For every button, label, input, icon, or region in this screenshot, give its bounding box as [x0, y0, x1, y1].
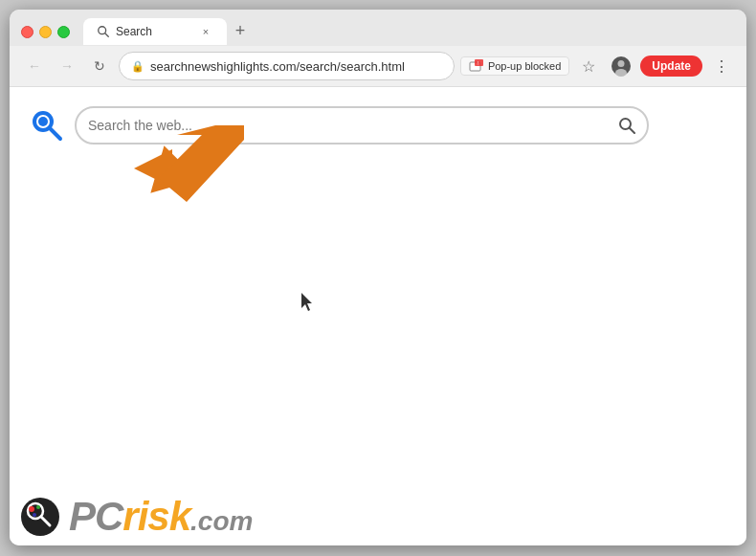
address-text: searchnewshighlights.com/search/search.h… — [150, 59, 442, 74]
svg-point-6 — [618, 60, 625, 67]
search-input[interactable] — [88, 118, 618, 133]
tab-title: Search — [116, 25, 192, 38]
popup-blocked-indicator[interactable]: ! Pop-up blocked — [460, 56, 569, 76]
watermark-com: .com — [190, 506, 253, 536]
tab-bar: Search × + — [83, 18, 735, 45]
back-button[interactable]: ← — [21, 53, 48, 79]
reload-button[interactable]: ↻ — [86, 53, 113, 79]
svg-line-11 — [50, 128, 60, 139]
address-bar[interactable]: 🔒 searchnewshighlights.com/search/search… — [119, 52, 455, 80]
svg-marker-18 — [301, 293, 312, 311]
popup-icon: ! — [469, 59, 484, 73]
search-submit-button[interactable] — [618, 117, 635, 134]
search-area — [10, 87, 746, 164]
account-icon — [611, 56, 632, 77]
watermark-pc: PC — [69, 494, 122, 539]
forward-button[interactable]: → — [54, 53, 80, 79]
account-button[interactable] — [608, 53, 634, 79]
address-bar-row: ← → ↻ 🔒 searchnewshighlights.com/search/… — [10, 46, 746, 87]
title-bar: Search × + — [10, 10, 746, 46]
svg-point-7 — [615, 69, 627, 77]
search-submit-icon — [618, 117, 635, 134]
update-button[interactable]: Update — [640, 56, 702, 77]
maximize-button[interactable] — [57, 26, 70, 38]
mouse-cursor — [301, 293, 317, 312]
popup-blocked-label: Pop-up blocked — [488, 60, 561, 72]
watermark-logo — [19, 496, 61, 538]
bookmark-button[interactable]: ☆ — [575, 53, 602, 79]
svg-point-22 — [29, 506, 34, 512]
svg-point-23 — [36, 505, 40, 509]
page-content: PCrisk.com — [10, 87, 746, 545]
traffic-lights — [21, 26, 70, 38]
svg-text:!: ! — [478, 60, 478, 66]
tab-favicon-icon — [97, 25, 110, 38]
svg-rect-3 — [475, 59, 483, 66]
svg-line-13 — [630, 128, 634, 133]
watermark: PCrisk.com — [10, 488, 262, 545]
lock-icon: 🔒 — [131, 60, 145, 73]
close-button[interactable] — [21, 26, 33, 38]
watermark-risk: risk — [122, 494, 190, 539]
watermark-text: PCrisk.com — [69, 494, 253, 540]
svg-point-10 — [38, 117, 48, 126]
browser-window: Search × + ← → ↻ 🔒 searchnewshighlights.… — [10, 10, 746, 545]
svg-point-24 — [33, 513, 36, 517]
site-logo — [29, 107, 65, 144]
search-box[interactable] — [75, 106, 649, 145]
new-tab-button[interactable]: + — [227, 18, 254, 43]
minimize-button[interactable] — [39, 26, 52, 38]
tab-close-button[interactable]: × — [198, 24, 213, 39]
svg-line-1 — [105, 33, 109, 37]
active-tab[interactable]: Search × — [83, 18, 227, 45]
menu-button[interactable]: ⋮ — [708, 53, 735, 79]
